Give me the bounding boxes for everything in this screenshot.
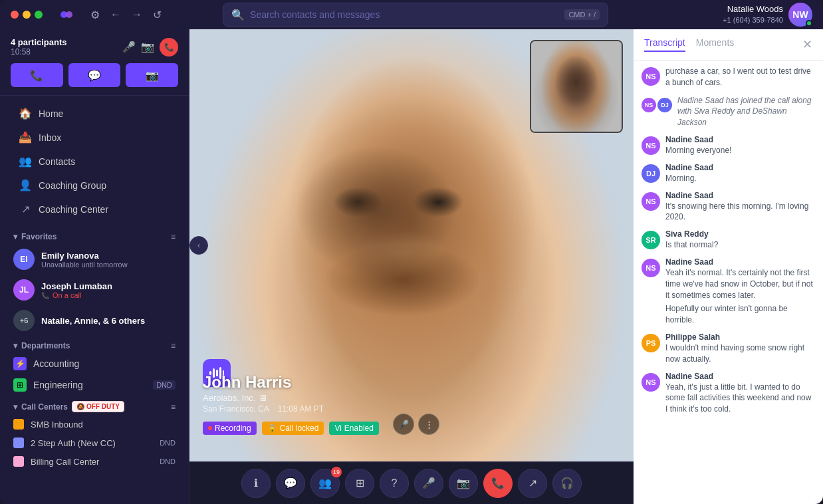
fav-name-joseph: Joseph Lumaban <box>41 281 176 291</box>
coaching-center-icon: ↗ <box>19 203 32 215</box>
sidebar-item-contacts[interactable]: 👥 Contacts <box>5 150 183 173</box>
sidebar-item-home[interactable]: 🏠 Home <box>5 102 183 125</box>
off-duty-badge: 🔕 OFF DUTY <box>72 401 124 412</box>
msg-content-3: Nadine Saad Morning. <box>665 163 815 184</box>
msg-name-8: Nadine Saad <box>665 372 815 381</box>
favorites-menu-icon[interactable]: ≡ <box>171 232 176 241</box>
user-avatar[interactable]: NW <box>788 3 812 27</box>
mute-button[interactable]: 🎤 <box>122 41 136 53</box>
fav-item-group[interactable]: +6 Natalie, Annie, & 6 others <box>0 306 189 335</box>
fav-item-joseph[interactable]: JL Joseph Lumaban 📞 On a call <box>0 275 189 305</box>
info-button[interactable]: ℹ <box>241 469 271 498</box>
call-action-message[interactable]: 💬 <box>68 63 121 87</box>
call-action-video[interactable]: 📷 <box>126 63 178 87</box>
transfer-button[interactable]: ⊞ <box>345 469 374 498</box>
tab-moments[interactable]: Moments <box>696 37 735 52</box>
mini-mute-button[interactable]: 🎤 <box>393 414 414 435</box>
fav-item-emily[interactable]: EI Emily Ivanova Unavailable until tomor… <box>0 245 189 274</box>
departments-menu-icon[interactable]: ≡ <box>171 341 176 350</box>
dept-item-engineering[interactable]: ⊞ Engineering DND <box>0 374 189 396</box>
screen-share-button[interactable]: ↗ <box>518 469 547 498</box>
settings-icon[interactable]: ⚙ <box>90 9 100 21</box>
msg-content-6: Nadine Saad Yeah it's normal. It's certa… <box>665 257 815 326</box>
traffic-lights <box>11 11 43 19</box>
recording-badge: Recording <box>203 422 257 435</box>
help-button[interactable]: ? <box>380 469 409 498</box>
messages-list: NS purchase a car, so I went out to test… <box>634 61 823 504</box>
msg-avatar-2: NS <box>642 136 660 155</box>
departments-header[interactable]: ▾ Departments ≡ <box>0 336 189 353</box>
minimize-button[interactable] <box>23 11 31 19</box>
msg-avatar-8: NS <box>642 373 660 392</box>
video-main-button[interactable]: 📷 <box>449 469 478 498</box>
transcript-panel: Transcript Moments ✕ NS purchase a car, … <box>634 29 823 504</box>
msg-content-8: Nadine Saad Yeah, it's just a little bit… <box>665 372 815 415</box>
msg-text-1: Nadine Saad has joined the call along wi… <box>677 95 815 128</box>
mini-more-button[interactable]: ⋮ <box>418 414 439 435</box>
inbox-icon: 📥 <box>19 131 32 144</box>
message-4: NS Nadine Saad It's snowing here this mo… <box>642 191 815 223</box>
call-centers-menu-icon[interactable]: ≡ <box>171 402 176 412</box>
participants-button[interactable]: 👥 19 <box>310 469 340 498</box>
search-bar[interactable]: 🔍 CMD + / <box>223 3 608 27</box>
video-area: John Harris Aerolabs, Inc. 🖥 San Francis… <box>189 29 634 461</box>
msg-content-4: Nadine Saad It's snowing here this morni… <box>665 191 815 223</box>
message-7: PS Philippe Salah I wouldn't mind having… <box>642 332 815 365</box>
collapse-arrow[interactable]: ‹ <box>189 236 208 255</box>
sidebar-item-inbox[interactable]: 📥 Inbox <box>5 126 183 149</box>
nav-coaching-center-label: Coaching Center <box>39 204 108 215</box>
cc-item-2step[interactable]: 2 Step Auth (New CC) DND <box>0 434 189 452</box>
msg-text-6b: Hopefully our winter isn't gonna be horr… <box>665 303 815 326</box>
cc-name-billing: Billing Call Center <box>31 457 153 467</box>
search-input[interactable] <box>250 9 559 20</box>
transcript-close-button[interactable]: ✕ <box>802 37 812 52</box>
transcript-tabs: Transcript Moments <box>644 37 734 52</box>
msg-text-7: I wouldn't mind having some snow right n… <box>665 342 815 365</box>
end-call-button[interactable]: 📞 <box>160 38 178 57</box>
departments-chevron: ▾ <box>13 341 17 350</box>
call-panel: 4 participants 10:58 🎤 📷 📞 📞 💬 📷 <box>0 29 189 96</box>
fav-info-emily: Emily Ivanova Unavailable until tomorrow <box>41 251 176 269</box>
locked-badge: 🔒 Call locked <box>262 422 324 435</box>
maximize-button[interactable] <box>35 11 43 19</box>
sidebar-item-coaching-center[interactable]: ↗ Coaching Center <box>5 197 183 221</box>
fav-avatar-emily: EI <box>13 249 35 270</box>
nav-icons: ⚙ ← → ↺ <box>90 9 162 21</box>
cc-dnd-2step: DND <box>160 439 176 447</box>
cc-item-billing[interactable]: Billing Call Center DND <box>0 452 189 471</box>
cc-item-smb[interactable]: SMB Inbound <box>0 415 189 434</box>
contacts-icon: 👥 <box>19 155 32 168</box>
mute-main-button[interactable]: 🎤 <box>414 469 443 498</box>
call-centers-header[interactable]: ▾ Call Centers 🔕 OFF DUTY ≡ <box>0 396 189 415</box>
svg-point-1 <box>66 11 72 18</box>
msg-content-2: Nadine Saad Morning everyone! <box>665 135 815 156</box>
sidebar-item-coaching-group[interactable]: 👤 Coaching Group <box>5 174 183 197</box>
call-action-phone[interactable]: 📞 <box>11 63 63 87</box>
msg-content-0: purchase a car, so I went out to test dr… <box>665 66 815 88</box>
msg-avatar-1a: NS <box>642 98 656 112</box>
chat-button[interactable]: 💬 <box>276 469 305 498</box>
call-controls: 🎤 📷 📞 <box>122 38 178 57</box>
msg-content-5: Siva Reddy Is that normal? <box>665 229 815 251</box>
headset-button[interactable]: 🎧 <box>552 469 582 498</box>
recording-label: Recording <box>215 424 251 433</box>
tab-transcript[interactable]: Transcript <box>644 37 685 52</box>
end-call-main-button[interactable]: 📞 <box>483 469 513 498</box>
participants-badge: 19 <box>331 467 342 477</box>
back-icon[interactable]: ← <box>110 9 121 21</box>
msg-avatar-1b: DJ <box>657 98 672 112</box>
dept-item-accounting[interactable]: ⚡ Accounting <box>0 353 189 374</box>
nav-home-label: Home <box>39 108 63 119</box>
close-button[interactable] <box>11 11 19 19</box>
call-centers-chevron: ▾ <box>13 402 17 412</box>
msg-text-8: Yeah, it's just a little bit. I wanted t… <box>665 382 815 415</box>
recording-dot <box>208 426 212 430</box>
forward-icon[interactable]: → <box>132 9 142 21</box>
refresh-icon[interactable]: ↺ <box>153 9 162 21</box>
cc-dot-2step <box>13 438 24 448</box>
thumb-overlay <box>531 41 622 132</box>
favorites-header[interactable]: ▾ Favorites ≡ <box>0 227 189 244</box>
video-button[interactable]: 📷 <box>141 41 154 53</box>
msg-text-5: Is that normal? <box>665 239 815 251</box>
msg-avatars-1: NS DJ <box>642 96 672 128</box>
